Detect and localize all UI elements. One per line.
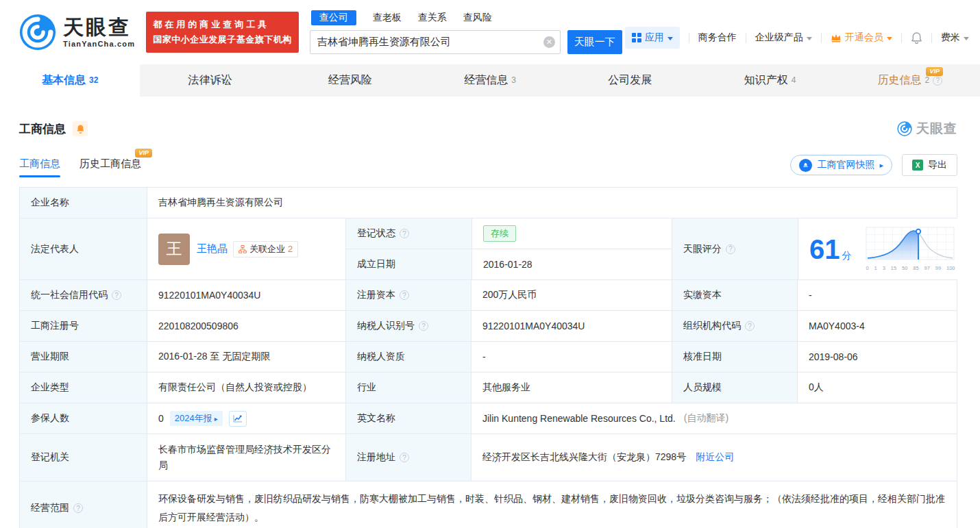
insured-trend-button[interactable] (229, 411, 247, 427)
field-value-taxpayer-id: 91220101MA0Y40034U (471, 311, 672, 341)
field-value-registered-address: 经济开发区长吉北线兴隆大街（安龙泉）7298号 附近公司 (471, 434, 957, 481)
vip-badge: VIP (135, 149, 152, 158)
divider (901, 33, 902, 43)
tab-legal-lawsuits[interactable]: 法律诉讼 (140, 64, 280, 97)
tab-basic-info[interactable]: 基本信息 32 (0, 64, 140, 97)
subtab-history-business-info[interactable]: VIP 历史工商信息 (79, 158, 141, 177)
annual-report-label: 2024年报 (175, 412, 212, 425)
field-label-business-term: 营业期限 (20, 342, 147, 372)
help-icon[interactable]: ? (726, 244, 735, 254)
export-label: 导出 (928, 159, 947, 171)
notification-bell[interactable] (911, 32, 922, 44)
tab-history-info[interactable]: VIP 历史信息 2 ? (840, 64, 980, 97)
search-tab-boss[interactable]: 查老板 (373, 12, 402, 24)
table-row: 法定代表人 王 王艳晶 关联企业 2 (20, 218, 957, 279)
top-header: 天眼查 TianYanCha.com 都在用的商业查询工具 国家中小企业发展子基… (0, 0, 980, 64)
field-label-organization-code: 组织机构代码 ? (672, 311, 797, 341)
monitor-bell-button[interactable] (73, 121, 88, 136)
field-value-staff-size: 0人 (797, 373, 957, 403)
help-icon[interactable]: ? (400, 453, 409, 462)
search-tab-relation[interactable]: 查关系 (418, 12, 447, 24)
legal-representative-cell: 王 王艳晶 关联企业 2 (147, 218, 345, 279)
snapshot-label: 工商官网快照 (817, 159, 874, 171)
table-row: 企业名称 吉林省坤腾再生资源有限公司 (20, 188, 957, 218)
field-label-registration-status: 登记状态 ? (346, 218, 471, 249)
address-text: 经济开发区长吉北线兴隆大街（安龙泉）7298号 (482, 451, 686, 464)
score-value: 61 (809, 236, 840, 263)
search-button[interactable]: 天眼一下 (567, 30, 622, 54)
chevron-down-icon (807, 37, 812, 40)
label-text: 经营范围 (31, 502, 69, 514)
tab-operation-info[interactable]: 经营信息 3 (420, 64, 560, 97)
help-icon[interactable]: ? (112, 290, 121, 300)
tab-label: 知识产权 (744, 73, 788, 88)
nav-username: 费米 (941, 32, 960, 44)
field-value-approval-date: 2019-08-06 (797, 342, 957, 372)
label-text: 纳税人识别号 (357, 320, 415, 332)
arrow-right-icon: ▸ (215, 415, 218, 423)
trend-chart-icon (233, 414, 243, 423)
table-row: 统一社会信用代码 ? 91220101MA0Y40034U 注册资本 ? 200… (20, 279, 957, 310)
nav-apps[interactable]: 应用 (625, 27, 680, 49)
tab-operation-risk[interactable]: 经营风险 (280, 64, 420, 97)
tab-company-development[interactable]: 公司发展 (560, 64, 700, 97)
avatar[interactable]: 王 (158, 234, 190, 265)
field-value-company-name: 吉林省坤腾再生资源有限公司 (147, 188, 957, 218)
search-tab-risk[interactable]: 查风险 (463, 12, 492, 24)
related-companies-badge[interactable]: 关联企业 2 (233, 241, 298, 257)
help-icon[interactable]: ? (745, 321, 755, 331)
nav-cooperation-label: 商务合作 (698, 32, 737, 44)
help-icon[interactable]: ? (400, 229, 409, 238)
clear-icon[interactable]: ✕ (543, 36, 555, 48)
help-icon[interactable]: ? (400, 290, 409, 300)
field-value-business-term: 2016-01-28 至 无固定期限 (147, 342, 345, 372)
help-icon[interactable]: ? (933, 76, 942, 86)
search-tab-company[interactable]: 查公司 (311, 10, 356, 25)
tyc-score-cell: 61 分 (798, 218, 967, 279)
legal-representative-link[interactable]: 王艳晶 (197, 242, 228, 255)
arrow-right-icon: ▸ (879, 161, 883, 170)
tab-count: 4 (792, 75, 796, 85)
label-text: 统一社会信用代码 (31, 289, 108, 301)
table-row: 登记机关 长春市市场监督管理局经济技术开发区分局 注册地址 ? 经济开发区长吉北… (20, 433, 957, 481)
help-icon[interactable]: ? (419, 321, 428, 331)
field-label-registered-capital: 注册资本 ? (345, 280, 471, 310)
brand-name: 天眼查 (63, 16, 135, 38)
watermark-text: 天眼查 (916, 120, 957, 138)
nav-user[interactable]: 费米 (941, 32, 969, 44)
nearby-companies-link[interactable]: 附近公司 (696, 451, 734, 464)
bell-icon (911, 32, 922, 44)
nav-cooperation[interactable]: 商务合作 (698, 32, 737, 44)
chevron-down-icon (887, 37, 892, 40)
org-chart-icon (238, 245, 247, 253)
insured-number: 0 (158, 413, 164, 424)
nav-open-vip[interactable]: 开通会员 (831, 32, 892, 44)
annual-report-badge[interactable]: 2024年报 ▸ (170, 411, 223, 426)
field-value-registered-capital: 200万人民币 (471, 280, 672, 310)
stamp-icon (799, 159, 812, 172)
tianyancha-logo[interactable]: 天眼查 TianYanCha.com (19, 14, 135, 51)
subtab-label: 历史工商信息 (79, 158, 141, 169)
slogan-line2: 国家中小企业发展子基金旗下机构 (153, 32, 292, 47)
subtab-business-info[interactable]: 工商信息 (19, 158, 60, 177)
field-value-registration-status: 存续 (471, 218, 672, 249)
help-icon[interactable]: ? (73, 503, 83, 513)
tab-label: 经营风险 (328, 73, 372, 88)
crown-icon (831, 33, 842, 42)
search-input[interactable] (310, 30, 561, 54)
tab-intellectual-property[interactable]: 知识产权 4 (700, 64, 840, 97)
field-label-registered-address: 注册地址 ? (345, 434, 471, 481)
field-value-organization-code: MA0Y4003-4 (797, 311, 957, 341)
field-label-established-date: 成立日期 (346, 249, 471, 279)
official-snapshot-button[interactable]: 工商官网快照 ▸ (790, 155, 892, 175)
vip-badge: VIP (926, 67, 943, 76)
field-value-registration-number: 220108200509806 (147, 311, 345, 341)
nav-enterprise[interactable]: 企业级产品 (755, 32, 812, 44)
field-label-company-name: 企业名称 (20, 188, 147, 218)
auto-translate-note: (自动翻译) (684, 412, 728, 425)
tianyancha-swirl-icon (897, 121, 912, 136)
field-label-company-type: 企业类型 (20, 373, 147, 403)
tab-label: 经营信息 (464, 73, 508, 88)
export-button[interactable]: X 导出 (902, 154, 957, 176)
table-row: 企业类型 有限责任公司（自然人投资或控股） 行业 其他服务业 人员规模 0人 (20, 372, 957, 403)
